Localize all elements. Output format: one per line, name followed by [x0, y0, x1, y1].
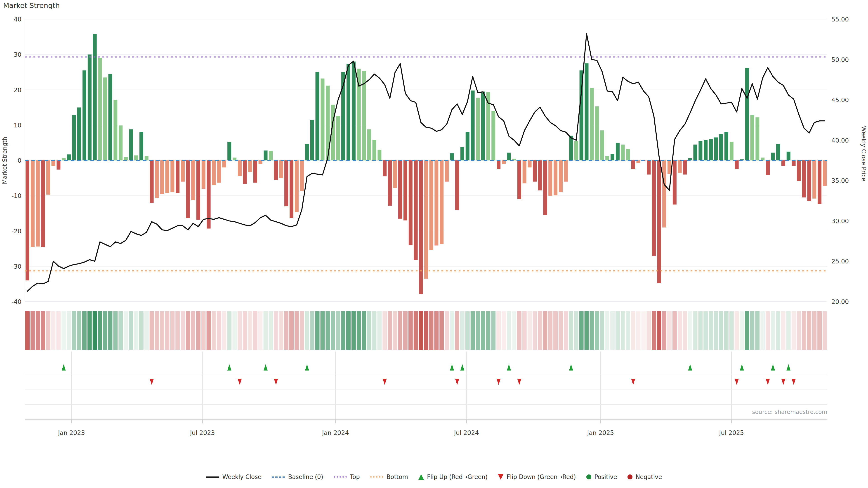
positive-bar — [227, 142, 231, 160]
heatmap-cell — [61, 311, 66, 350]
negative-bar — [440, 160, 443, 244]
heatmap-cell — [471, 311, 475, 350]
negative-bar — [160, 160, 164, 194]
heatmap-cell — [600, 311, 604, 350]
right-axis-tick-label: 45.00 — [831, 96, 849, 103]
heatmap-cell — [357, 311, 361, 350]
negative-bar — [455, 160, 459, 210]
heatmap-cell — [605, 311, 610, 350]
negative-bar — [735, 160, 739, 169]
heatmap-cell — [103, 311, 107, 350]
legend-label: Top — [350, 474, 360, 480]
heatmap-cell — [771, 311, 775, 350]
positive-bar — [569, 136, 573, 160]
positive-bar — [476, 98, 480, 160]
heatmap-cell — [227, 311, 231, 350]
heatmap-cell — [67, 311, 71, 350]
left-axis-tick-label: -30 — [11, 263, 22, 270]
right-axis-tick-label: 25.00 — [831, 258, 849, 265]
legend-label: Baseline (0) — [288, 474, 323, 480]
heatmap-cell — [279, 311, 283, 350]
heatmap-cell — [502, 311, 506, 350]
negative-bar — [823, 160, 827, 186]
heatmap-cell — [616, 311, 620, 350]
heatmap-cell — [98, 311, 102, 350]
positive-bar — [605, 156, 609, 160]
flip-up-triangle-icon — [264, 364, 268, 370]
negative-bar — [631, 160, 635, 169]
heatmap-cell — [626, 311, 630, 350]
negative-bar — [26, 160, 29, 281]
heatmap-cell — [786, 311, 791, 350]
heatmap-cell — [693, 311, 698, 350]
negative-bar — [31, 160, 35, 247]
right-axis-tick-label: 35.00 — [831, 177, 849, 184]
positive-bar — [145, 156, 149, 160]
left-axis-tick-label: 40 — [14, 16, 22, 23]
legend-label: Negative — [636, 474, 662, 480]
heatmap-cell — [269, 311, 273, 350]
heatmap-cell — [41, 311, 45, 350]
negative-bar — [196, 160, 200, 220]
flip-up-triangle-icon — [507, 364, 511, 370]
positive-bar — [320, 78, 324, 161]
heatmap-cell — [486, 311, 490, 350]
legend-item-flip-up-red-green: Flip Up (Red→Green) — [418, 474, 488, 480]
positive-bar — [699, 141, 702, 160]
negative-bar — [543, 160, 547, 215]
positive-bar — [372, 140, 376, 160]
negative-bar — [678, 160, 682, 173]
heatmap-cell — [46, 311, 51, 350]
heatmap-cell — [698, 311, 703, 350]
right-axis-title: Weekly Close Price — [860, 126, 867, 182]
positive-bar — [450, 153, 454, 160]
negative-bar — [284, 160, 288, 206]
legend-item-weekly-close: Weekly Close — [206, 474, 261, 480]
heatmap-cell — [129, 311, 133, 350]
negative-bar — [802, 160, 806, 197]
heatmap-cell — [548, 311, 553, 350]
heatmap-cell — [320, 311, 324, 350]
negative-bar — [662, 160, 666, 228]
flip-down-triangle-icon — [455, 379, 459, 385]
heatmap-cell — [564, 311, 568, 350]
heatmap-cell — [460, 311, 465, 350]
heatmap-cell — [647, 311, 651, 350]
legend-swatch-icon — [272, 477, 285, 478]
heatmap-cell — [476, 311, 480, 350]
flip-down-triangle-icon — [766, 379, 770, 385]
heatmap-cell — [191, 311, 195, 350]
negative-bar — [181, 160, 185, 182]
x-axis-tick-label: Jan 2023 — [58, 429, 85, 436]
negative-bar — [781, 160, 785, 166]
negative-bar — [414, 160, 418, 260]
heatmap-cell — [160, 311, 164, 350]
negative-bar — [518, 160, 521, 199]
heatmap-cell — [445, 311, 449, 350]
negative-bar — [403, 160, 407, 221]
positive-bar — [600, 130, 604, 160]
right-axis-tick-label: 55.00 — [831, 16, 849, 23]
x-axis-tick-label: Jul 2023 — [190, 429, 215, 436]
flip-down-triangle-icon — [517, 379, 521, 385]
heatmap-cell — [543, 311, 547, 350]
left-axis-tick-label: -20 — [11, 228, 22, 235]
negative-bar — [274, 160, 278, 180]
heatmap-cell — [232, 311, 237, 350]
legend-item-top: Top — [334, 474, 360, 480]
left-axis-tick-label: -40 — [11, 298, 22, 305]
negative-bar — [388, 160, 392, 205]
heatmap-cell — [631, 311, 636, 350]
negative-bar — [812, 160, 816, 199]
heatmap-cell — [382, 311, 387, 350]
positive-bar — [481, 92, 485, 160]
negative-bar — [383, 160, 386, 176]
heatmap-cell — [393, 311, 397, 350]
heatmap-cell — [812, 311, 816, 350]
heatmap-cell — [439, 311, 444, 350]
flip-up-triangle-icon — [688, 364, 692, 370]
positive-bar — [719, 134, 723, 160]
heatmap-cell — [538, 311, 542, 350]
flip-up-triangle-icon — [460, 364, 464, 370]
positive-bar — [367, 129, 371, 161]
